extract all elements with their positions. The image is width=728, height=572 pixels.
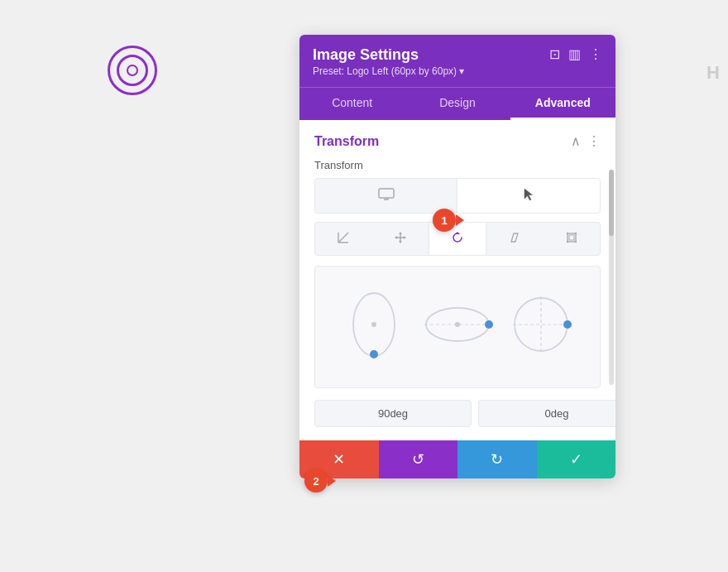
section-actions: ∧ ⋮ (571, 133, 601, 149)
tab-design[interactable]: Design (405, 88, 510, 120)
svg-point-21 (371, 322, 376, 327)
panel-title: Image Settings (313, 46, 464, 64)
transform-scale-button[interactable] (543, 223, 600, 255)
section-header: Transform ∧ ⋮ (314, 133, 601, 149)
svg-rect-15 (569, 235, 574, 240)
svg-marker-9 (399, 241, 402, 243)
svg-point-17 (574, 233, 576, 234)
scrollbar[interactable] (609, 170, 614, 385)
reset-button[interactable]: ↺ (379, 440, 458, 478)
svg-point-25 (455, 322, 460, 327)
rotate-y-visual (420, 281, 495, 373)
redo-button[interactable]: ↻ (457, 440, 537, 478)
scrollbar-thumb[interactable] (609, 170, 614, 236)
transform-translate-button[interactable] (372, 223, 429, 255)
transform-skew-button[interactable] (486, 223, 543, 255)
badge-1: 1 (433, 209, 456, 232)
collapse-icon[interactable]: ∧ (571, 133, 581, 149)
svg-marker-13 (511, 233, 518, 242)
tab-content[interactable]: Content (299, 88, 405, 120)
logo (108, 46, 157, 95)
rotate-z-visual (504, 281, 578, 373)
desktop-button[interactable] (315, 179, 457, 213)
tab-bar: Content Design Advanced (299, 87, 615, 120)
svg-point-16 (566, 233, 568, 234)
svg-rect-0 (379, 189, 394, 198)
transform-label: Transform (314, 159, 601, 171)
panel-body: Transform ∧ ⋮ Transform (299, 120, 615, 440)
svg-line-3 (338, 233, 348, 243)
badge-2: 2 (304, 469, 328, 493)
svg-marker-8 (399, 232, 402, 234)
rotation-visual (314, 266, 601, 388)
svg-point-19 (574, 241, 576, 243)
more-icon[interactable]: ⋮ (589, 48, 602, 61)
input-row (314, 400, 601, 427)
image-settings-panel: Image Settings Preset: Logo Left (60px b… (299, 35, 615, 478)
transform-type-row (314, 222, 601, 256)
svg-point-18 (566, 241, 568, 243)
svg-marker-12 (455, 232, 460, 234)
cursor-button[interactable] (457, 179, 600, 213)
transform-origin-button[interactable] (315, 223, 372, 255)
svg-point-26 (485, 320, 493, 329)
device-toggle-row (314, 178, 601, 214)
section-more-icon[interactable]: ⋮ (587, 133, 601, 149)
svg-marker-10 (395, 236, 397, 239)
svg-marker-11 (404, 236, 406, 239)
save-button[interactable]: ✓ (537, 440, 616, 478)
rotate-x-input[interactable] (314, 400, 472, 427)
panel-header-right: ⊡ ▥ ⋮ (549, 48, 602, 61)
h-letter: H (706, 62, 720, 84)
expand-icon[interactable]: ⊡ (549, 48, 560, 61)
section-title: Transform (314, 134, 379, 149)
panel-header: Image Settings Preset: Logo Left (60px b… (299, 35, 615, 87)
svg-point-30 (563, 320, 572, 329)
tab-advanced[interactable]: Advanced (510, 88, 615, 120)
panel-header-left: Image Settings Preset: Logo Left (60px b… (313, 46, 464, 77)
svg-point-22 (370, 350, 378, 358)
columns-icon[interactable]: ▥ (568, 48, 581, 61)
rotate-y-input[interactable] (478, 400, 615, 427)
panel-preset[interactable]: Preset: Logo Left (60px by 60px) ▾ (313, 65, 464, 77)
rotate-x-visual (337, 281, 411, 373)
bottom-bar: ✕ ↺ ↻ ✓ (299, 440, 615, 478)
